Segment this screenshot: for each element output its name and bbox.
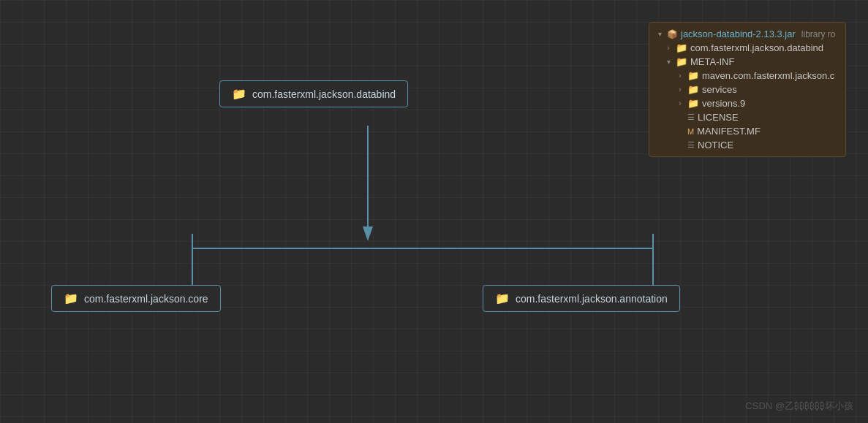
tree-item-license[interactable]: ☰ LICENSE	[649, 110, 845, 124]
folder-icon-versions: 📁	[687, 98, 699, 109]
chevron-right-icon: ›	[664, 44, 673, 52]
folder-icon-metainf: 📁	[676, 56, 687, 67]
folder-icon-maven: 📁	[687, 70, 699, 81]
file-icon-license: ☰	[687, 113, 695, 122]
tree-maven-label: maven.com.fasterxml.jackson.c	[702, 70, 834, 81]
tree-item-notice[interactable]: ☰ NOTICE	[649, 138, 845, 152]
package-icon-annotation: 📁	[495, 291, 510, 305]
tree-license-label: LICENSE	[698, 112, 739, 123]
core-node[interactable]: 📁 com.fasterxml.jackson.core	[51, 285, 221, 312]
annotation-label: com.fasterxml.jackson.annotation	[516, 293, 668, 305]
tree-item-root[interactable]: ▾ 📦 jackson-databind-2.13.3.jar library …	[649, 27, 845, 41]
tree-item-metainf[interactable]: ▾ 📁 META-INF	[649, 55, 845, 69]
package-icon: 📁	[232, 87, 246, 101]
tree-item-maven[interactable]: › 📁 maven.com.fasterxml.jackson.c	[649, 69, 845, 83]
tree-root-suffix: library ro	[801, 29, 836, 39]
tree-metainf-label: META-INF	[690, 56, 734, 67]
tree-item-services[interactable]: › 📁 services	[649, 83, 845, 96]
tree-versions-label: versions.9	[702, 98, 745, 109]
tree-manifest-label: MANIFEST.MF	[697, 126, 761, 137]
jar-icon: 📦	[667, 29, 678, 39]
chevron-down-icon: ▾	[655, 30, 664, 38]
tree-databind-label: com.fasterxml.jackson.databind	[690, 42, 823, 53]
chevron-right-icon-versions: ›	[676, 99, 684, 107]
spacer-manifest	[676, 127, 684, 135]
tree-item-versions[interactable]: › 📁 versions.9	[649, 96, 845, 110]
chevron-right-icon-services: ›	[676, 85, 684, 94]
folder-icon: 📁	[676, 42, 687, 53]
databind-label: com.fasterxml.jackson.databind	[252, 88, 396, 100]
tree-item-manifest[interactable]: M MANIFEST.MF	[649, 124, 845, 138]
core-label: com.fasterxml.jackson.core	[84, 293, 208, 305]
tree-root-label: jackson-databind-2.13.3.jar	[681, 28, 796, 39]
package-icon-core: 📁	[64, 291, 78, 305]
databind-node[interactable]: 📁 com.fasterxml.jackson.databind	[219, 80, 408, 107]
tree-notice-label: NOTICE	[698, 140, 733, 150]
chevron-right-icon-maven: ›	[676, 72, 684, 80]
tree-item-databind[interactable]: › 📁 com.fasterxml.jackson.databind	[649, 41, 845, 55]
chevron-down-icon-2: ▾	[664, 58, 673, 66]
tree-panel: ▾ 📦 jackson-databind-2.13.3.jar library …	[649, 22, 846, 157]
annotation-node[interactable]: 📁 com.fasterxml.jackson.annotation	[483, 285, 680, 312]
file-icon-notice: ☰	[687, 140, 695, 150]
file-icon-manifest: M	[687, 127, 694, 136]
tree-services-label: services	[702, 84, 737, 95]
folder-icon-services: 📁	[687, 84, 699, 95]
spacer-license	[676, 113, 684, 121]
spacer-notice	[676, 141, 684, 149]
watermark: CSDN @乙₿₿₿₿₿₿坏小孩	[745, 400, 853, 413]
